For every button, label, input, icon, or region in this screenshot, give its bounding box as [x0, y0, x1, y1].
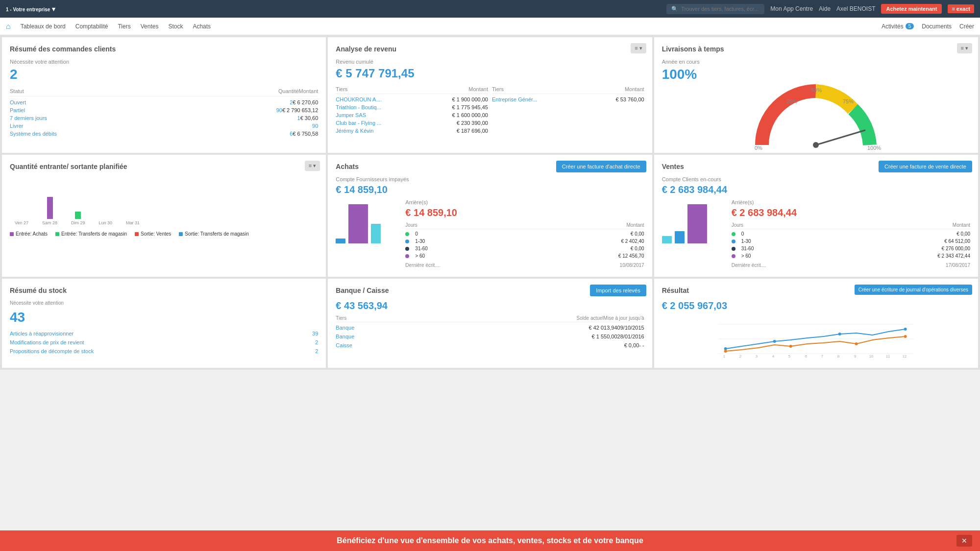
menu-tiers[interactable]: Tiers	[118, 20, 130, 33]
stock-val-3[interactable]: 2	[315, 348, 318, 354]
resume-commandes-count[interactable]: 2	[10, 67, 318, 82]
tiers-5[interactable]: Jérémy & Kévin	[336, 128, 456, 134]
home-icon[interactable]: ⌂	[6, 22, 11, 31]
activities-count: 5	[906, 23, 914, 29]
dot-green-1	[405, 232, 409, 236]
legend-label-3: Sortie: Ventes	[141, 231, 171, 237]
company-name[interactable]: 1 - Votre entreprise ▾	[6, 5, 55, 13]
livraisons-percent: 100%	[662, 67, 970, 82]
achats-two-col: Arrière(s) € 14 859,10 Jours Montant 0 €…	[336, 199, 644, 269]
tiers-3[interactable]: Jumper SAS	[336, 112, 452, 118]
menu-ventes[interactable]: Ventes	[141, 20, 159, 33]
menu-comptabilite[interactable]: Comptabilité	[75, 20, 108, 33]
arriere-amount-ventes: € 2 683 984,44	[732, 207, 970, 218]
vjours-0: 0	[741, 231, 955, 237]
create-vente-btn[interactable]: Créer une facture de vente directe	[879, 161, 972, 172]
tiers-4[interactable]: Club bar - Flying ...	[336, 120, 456, 126]
col-row: Jumper SAS € 1 600 000,00	[336, 111, 488, 119]
stock-val-1[interactable]: 39	[312, 331, 318, 336]
top-bar-right: 🔍 Mon App Centre Aide Axel BENOIST Achet…	[666, 4, 974, 14]
banque-maj-1: 09/10/2015	[617, 325, 644, 331]
stock-label-1[interactable]: Articles à réapprovisionner	[10, 331, 312, 336]
day-label-5: Mar 31	[126, 220, 140, 225]
documents-link[interactable]: Documents	[922, 20, 952, 33]
svg-text:7: 7	[821, 354, 823, 359]
svg-point-17	[904, 335, 906, 338]
vmontant-j60: € 2 343 472,44	[937, 253, 970, 259]
exact-logo: ≡ exact	[948, 4, 974, 13]
stock-label-3[interactable]: Propositions de décompte de stock	[10, 348, 315, 354]
statut-debits[interactable]: Système des débits	[10, 131, 290, 137]
svg-point-15	[789, 345, 792, 348]
resume-commandes-card: Résumé des commandes clients Nécessite v…	[2, 37, 326, 153]
aide-link[interactable]: Aide	[819, 5, 831, 12]
montant-partiel: € 2 790 653,12	[282, 107, 318, 113]
arriere-amount-achats: € 14 859,10	[405, 207, 644, 218]
stock-label-2[interactable]: Modifications de prix de revient	[10, 339, 315, 345]
tiers-6[interactable]: Entreprise Génér...	[492, 96, 616, 102]
jours-60: > 60	[415, 253, 616, 259]
banque-tiers-2[interactable]: Banque	[336, 334, 591, 339]
stock-row: Articles à réapprovisionner 39	[10, 329, 318, 338]
statut-livrer[interactable]: Livrer	[10, 123, 312, 129]
table-row: Ouvert 2 € 6 270,60	[10, 98, 318, 106]
legend-item-3: Sortie: Ventes	[135, 231, 171, 237]
create-ecriture-btn[interactable]: Créer une écriture de journal d'opératio…	[855, 285, 972, 295]
legend-dot-3	[135, 232, 139, 236]
statut-ouvert[interactable]: Ouvert	[10, 99, 290, 105]
import-releves-btn[interactable]: Import des relevés	[590, 285, 646, 296]
days-row: 31-60 € 276 000,00	[732, 245, 970, 252]
banque-row: Banque € 42 013,94 09/10/2015	[336, 323, 644, 332]
menu-stock[interactable]: Stock	[168, 20, 183, 33]
app-centre-link[interactable]: Mon App Centre	[770, 5, 813, 12]
ventes-two-col: Arrière(s) € 2 683 984,44 Jours Montant …	[662, 199, 970, 269]
banque-table-header: Tiers Solde actuel Mise à jour jusqu'à	[336, 315, 644, 322]
analyse-revenu-title: Analyse de revenu	[336, 45, 644, 53]
quantite-menu-btn[interactable]: ≡ ▾	[305, 161, 320, 171]
stock-count[interactable]: 43	[10, 310, 318, 325]
statut-7jours[interactable]: 7 derniers jours	[10, 115, 297, 121]
creer-link[interactable]: Créer	[959, 20, 974, 33]
montant-5: € 187 696,00	[457, 128, 488, 134]
search-input[interactable]	[681, 6, 760, 12]
svg-text:50%: 50%	[811, 87, 822, 93]
purple-bar-2	[47, 197, 53, 219]
resume-stock-card: Résumé du stock Nécessite votre attentio…	[2, 279, 326, 368]
svg-point-14	[724, 350, 727, 353]
search-bar[interactable]: 🔍	[666, 4, 764, 14]
menu-achats[interactable]: Achats	[193, 20, 211, 33]
day-group-4: Lun 30	[99, 180, 113, 225]
qte-livrer[interactable]: 90	[312, 123, 318, 129]
svg-text:4: 4	[772, 354, 774, 359]
analyse-menu-btn[interactable]: ≡ ▾	[631, 43, 646, 53]
montant-j130: € 2 402,40	[621, 239, 644, 244]
livraisons-card: Livraisons à temps ≡ ▾ Année en cours 10…	[654, 37, 978, 153]
statut-partiel[interactable]: Partiel	[10, 107, 276, 113]
livraisons-menu-btn[interactable]: ≡ ▾	[957, 43, 972, 53]
legend-item-4: Sortie: Transferts de magasin	[179, 231, 249, 237]
tiers-2[interactable]: Triathlon - Boutiq...	[336, 104, 452, 110]
tiers-1[interactable]: CHOUKROUN A....	[336, 96, 452, 102]
achats-bars	[336, 199, 399, 243]
col-header-2: Tiers Montant	[492, 86, 644, 94]
dot-blue-v	[732, 240, 735, 243]
montant-4: € 230 390,00	[457, 120, 488, 126]
days-row: 0 € 0,00	[405, 230, 644, 238]
banque-tiers-1[interactable]: Banque	[336, 325, 588, 331]
days-row: > 60 € 12 456,70	[405, 252, 644, 260]
attention-label: Nécessite votre attention	[10, 59, 318, 65]
qte-partiel[interactable]: 90	[276, 107, 282, 113]
col-row: CHOUKROUN A.... € 1 900 000,00	[336, 96, 488, 103]
svg-line-0	[816, 130, 865, 145]
svg-text:0%: 0%	[755, 145, 762, 150]
buy-button[interactable]: Achetez maintenant	[881, 4, 942, 14]
activities-badge[interactable]: Activités 5	[882, 23, 914, 30]
svg-point-13	[904, 328, 906, 331]
menu-tableaux[interactable]: Tableaux de bord	[21, 20, 66, 33]
vjours-3160: 31-60	[741, 246, 940, 251]
top-bar-left: 1 - Votre entreprise ▾	[6, 5, 55, 13]
stock-val-2[interactable]: 2	[315, 339, 318, 345]
create-achat-btn[interactable]: Créer une facture d'achat directe	[556, 161, 646, 172]
banque-tiers-3[interactable]: Caisse	[336, 342, 624, 348]
col-row: Jérémy & Kévin € 187 696,00	[336, 127, 488, 135]
